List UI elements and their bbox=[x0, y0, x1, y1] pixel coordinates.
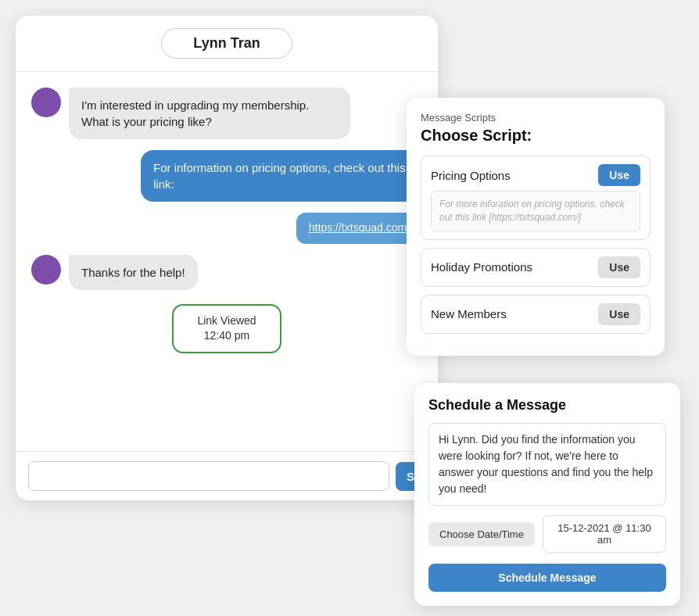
link-viewed-line1: Link Viewed bbox=[197, 313, 256, 329]
bubble-received: Thanks for the help! bbox=[69, 255, 198, 290]
chat-input[interactable] bbox=[28, 461, 389, 491]
scripts-panel-heading: Choose Script: bbox=[421, 127, 651, 145]
schedule-message-button[interactable]: Schedule Message bbox=[428, 564, 666, 592]
use-button-holiday[interactable]: Use bbox=[598, 256, 640, 278]
message-row: Thanks for the help! bbox=[31, 255, 422, 290]
scripts-panel-label: Message Scripts bbox=[421, 112, 651, 124]
link-viewed-container: Link Viewed 12:40 pm bbox=[31, 304, 422, 353]
script-item-holiday: Holiday Promotions Use bbox=[421, 248, 651, 287]
link-viewed-badge: Link Viewed 12:40 pm bbox=[172, 304, 281, 353]
link-viewed-line2: 12:40 pm bbox=[197, 328, 256, 344]
use-button-pricing[interactable]: Use bbox=[598, 164, 640, 186]
script-name-pricing: Pricing Options bbox=[431, 169, 511, 182]
bubble-link[interactable]: https://txtsquad.com/ bbox=[296, 213, 422, 244]
avatar bbox=[31, 88, 61, 117]
script-item-top: Holiday Promotions Use bbox=[431, 256, 640, 278]
avatar bbox=[31, 255, 61, 285]
chat-messages: I'm interested in upgrading my membershi… bbox=[16, 72, 438, 451]
script-item-pricing: Pricing Options Use For more inforation … bbox=[421, 156, 651, 240]
message-row: For information on pricing options, chec… bbox=[31, 150, 422, 202]
script-name-holiday: Holiday Promotions bbox=[431, 260, 532, 274]
chat-panel: Lynn Tran I'm interested in upgrading my… bbox=[16, 16, 438, 500]
contact-name: Lynn Tran bbox=[161, 28, 292, 59]
script-name-new-members: New Members bbox=[431, 307, 507, 321]
scripts-panel: Message Scripts Choose Script: Pricing O… bbox=[407, 98, 665, 356]
script-item-top: Pricing Options Use bbox=[431, 164, 640, 186]
chat-input-row: S bbox=[16, 451, 438, 500]
use-button-new-members[interactable]: Use bbox=[598, 303, 640, 325]
schedule-date-value: 15-12-2021 @ 11:30 am bbox=[543, 515, 666, 553]
message-row: I'm interested in upgrading my membershi… bbox=[31, 88, 422, 139]
message-row: https://txtsquad.com/ bbox=[31, 213, 422, 244]
bubble-received: I'm interested in upgrading my membershi… bbox=[69, 88, 350, 139]
choose-datetime-button[interactable]: Choose Date/Time bbox=[428, 522, 535, 546]
bubble-sent: For information on pricing options, chec… bbox=[141, 150, 422, 202]
script-item-new-members: New Members Use bbox=[421, 295, 651, 334]
chat-header: Lynn Tran bbox=[16, 16, 438, 72]
schedule-panel-title: Schedule a Message bbox=[428, 397, 666, 414]
schedule-panel: Schedule a Message Hi Lynn. Did you find… bbox=[414, 383, 680, 606]
script-preview-pricing: For more inforation on pricing options, … bbox=[431, 191, 640, 231]
schedule-row: Choose Date/Time 15-12-2021 @ 11:30 am bbox=[428, 515, 666, 553]
schedule-message-text[interactable]: Hi Lynn. Did you find the information yo… bbox=[428, 423, 666, 506]
script-item-top: New Members Use bbox=[431, 303, 640, 325]
